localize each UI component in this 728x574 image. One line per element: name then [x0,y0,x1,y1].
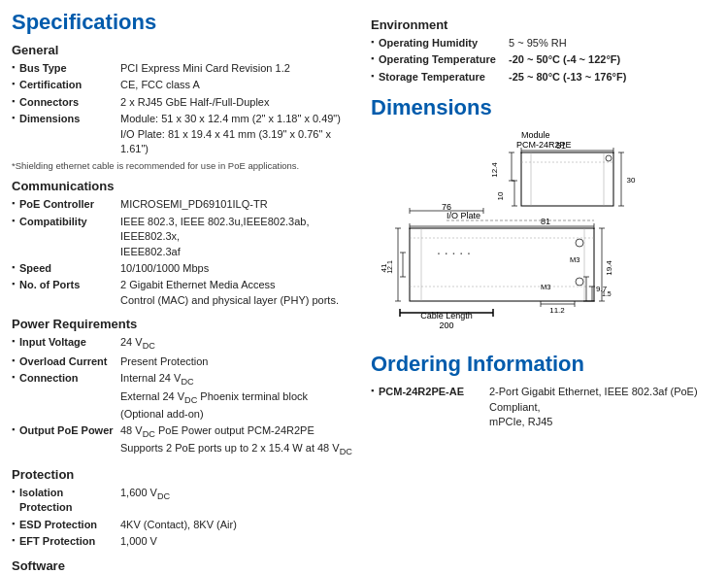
ordering-heading: Ordering Information [371,352,716,377]
value: 10/100/1000 Mbps [118,260,355,277]
io-plate-rect [410,228,594,301]
value: MICROSEMI_PD69101ILQ-TR [118,196,355,213]
label: Connectors [12,94,118,111]
module-label: Module [521,130,550,140]
value: Module: 51 x 30 x 12.4 mm (2" x 1.18" x … [118,111,355,157]
table-row: Speed 10/100/1000 Mbps [12,260,355,277]
protection-table: Isolation Protection 1,600 VDC ESD Prote… [12,485,355,551]
label: Output PoE Power [12,422,118,459]
cable-length-value: 200 [439,321,453,330]
page-title: Specifications [12,10,355,35]
general-table: Bus Type PCI Express Mini Card Revision … [12,60,355,157]
dim-19-4: 19.4 [605,260,613,276]
dim-12-1: 12.1 [386,260,393,274]
general-note: *Shielding ethernet cable is recommended… [12,160,355,171]
power-table: Input Voltage 24 VDC Overload Current Pr… [12,334,355,459]
value: CE, FCC class A [118,77,355,93]
environment-table: Operating Humidity 5 ~ 95% RH Operating … [371,35,716,85]
table-row: Isolation Protection 1,600 VDC [12,485,355,517]
communications-table: PoE Controller MICROSEMI_PD69101ILQ-TR C… [12,196,355,309]
table-row: No. of Ports 2 Gigabit Ethernet Media Ac… [12,277,355,309]
page: Specifications General Bus Type PCI Expr… [0,0,728,574]
dots-pattern: · · · · · [437,245,471,260]
table-row: Overload Current Present Protection [12,354,355,370]
table-row: Certification CE, FCC class A [12,77,355,93]
label: Operating Temperature [371,51,507,68]
value: 48 VDC PoE Power output PCM-24R2PESuppor… [118,422,355,459]
value: IEEE 802.3, IEEE 802.3u,IEEE802.3ab, IEE… [118,214,355,260]
label: ESD Protection [12,517,118,533]
protection-heading: Protection [12,467,355,482]
environment-heading: Environment [371,17,716,32]
content-area: Specifications General Bus Type PCI Expr… [0,0,728,574]
table-row: Operating Temperature -20 ~ 50°C (-4 ~ 1… [371,51,716,68]
ordering-table: PCM-24R2PE-AE 2-Port Gigabit Ethernet, I… [371,383,716,431]
label: Certification [12,77,118,93]
value: Internal 24 VDCExternal 24 VDC Phoenix t… [118,370,355,422]
value: 4KV (Contact), 8KV (Air) [118,517,355,533]
dimensions-diagram: Module PCM-24R2PE 51 [371,126,716,342]
table-row: Bus Type PCI Express Mini Card Revision … [12,60,355,77]
value: PCI Express Mini Card Revision 1.2 [118,60,355,77]
value: -25 ~ 80°C (-13 ~ 176°F) [507,69,716,85]
value: 2 x RJ45 GbE Half-/Full-Duplex [118,94,355,111]
table-row: ESD Protection 4KV (Contact), 8KV (Air) [12,517,355,533]
label: Overload Current [12,354,118,370]
dim-12-4: 12.4 [490,162,499,178]
label: Speed [12,260,118,277]
label: Isolation Protection [12,485,118,517]
table-row: Operating Humidity 5 ~ 95% RH [371,35,716,51]
value: -20 ~ 50°C (-4 ~ 122°F) [507,51,716,68]
software-heading: Software [12,558,355,573]
label: EFT Protection [12,533,118,550]
value: 5 ~ 95% RH [507,35,716,51]
general-heading: General [12,43,355,57]
table-row: PCM-24R2PE-AE 2-Port Gigabit Ethernet, I… [371,383,716,431]
communications-heading: Communications [12,179,355,193]
table-row: Storage Temperature -25 ~ 80°C (-13 ~ 17… [371,69,716,85]
label: Storage Temperature [371,69,507,85]
m3-label-2: M3 [570,255,579,264]
label: Compatibility [12,214,118,260]
label: No. of Ports [12,277,118,309]
value: Present Protection [118,354,355,370]
dim-30: 30 [627,176,636,185]
power-heading: Power Requirements [12,317,355,331]
table-row: Input Voltage 24 VDC [12,334,355,354]
io-plate-label: I/O Plate [447,211,480,220]
label: Operating Humidity [371,35,507,51]
label: PCM-24R2PE-AE [371,383,487,431]
dim-11-2: 11.2 [549,306,565,315]
dim-76: 76 [442,202,451,212]
label: PoE Controller [12,196,118,213]
dim-10: 10 [496,191,505,200]
dimensions-svg: Module PCM-24R2PE 51 [371,126,701,340]
table-row: EFT Protection 1,000 V [12,533,355,550]
circle-detail [606,155,612,161]
label: Dimensions [12,111,118,157]
table-row: PoE Controller MICROSEMI_PD69101ILQ-TR [12,196,355,213]
value: 1,000 V [118,533,355,550]
value: 1,600 VDC [118,485,355,517]
circle-2 [576,278,583,286]
value: 24 VDC [118,334,355,354]
m3-label-1: M3 [541,283,550,291]
table-row: Compatibility IEEE 802.3, IEEE 802.3u,IE… [12,214,355,260]
table-row: Dimensions Module: 51 x 30 x 12.4 mm (2"… [12,111,355,157]
dimensions-heading: Dimensions [371,95,716,120]
circle-1 [576,239,583,247]
left-column: Specifications General Bus Type PCI Expr… [12,10,371,574]
value: 2-Port Gigabit Ethernet, IEEE 802.3af (P… [487,383,716,431]
right-column: Environment Operating Humidity 5 ~ 95% R… [371,10,716,574]
dim-1-5: 1.5 [602,290,612,297]
value: 2 Gigabit Ethernet Media AccessControl (… [118,277,355,309]
dim-51: 51 [556,141,566,151]
table-row: Connectors 2 x RJ45 GbE Half-/Full-Duple… [12,94,355,111]
label: Input Voltage [12,334,118,354]
dim-81: 81 [541,217,550,226]
table-row: Output PoE Power 48 VDC PoE Power output… [12,422,355,459]
label: Bus Type [12,60,118,77]
label: Connection [12,370,118,422]
module-rect [521,152,613,206]
table-row: Connection Internal 24 VDCExternal 24 VD… [12,370,355,422]
